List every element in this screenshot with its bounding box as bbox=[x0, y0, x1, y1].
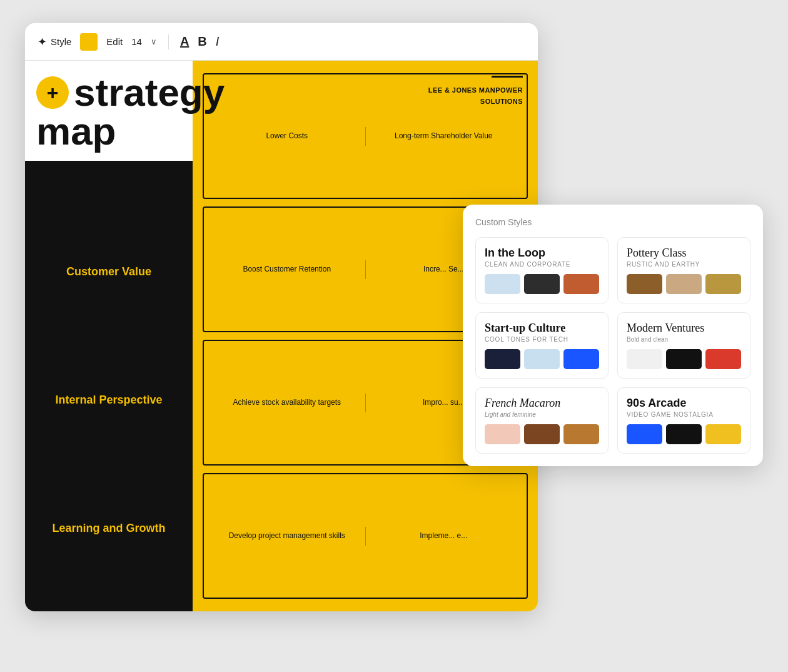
swatch-1 bbox=[485, 424, 520, 444]
title-word1: strategy bbox=[74, 73, 225, 112]
divider bbox=[365, 527, 366, 546]
chevron-icon[interactable]: ∨ bbox=[151, 37, 157, 46]
perspective-learning: Learning and Growth bbox=[25, 509, 193, 548]
color-swatches bbox=[485, 274, 599, 294]
title-word2: map bbox=[36, 112, 181, 151]
color-swatches bbox=[627, 274, 741, 294]
color-swatch[interactable] bbox=[80, 33, 98, 51]
style-label: Style bbox=[51, 36, 71, 47]
style-name: Pottery Class bbox=[627, 247, 741, 260]
swatch-1 bbox=[485, 274, 520, 294]
perspective-internal: Internal Perspective bbox=[25, 380, 193, 420]
learning-label: Learning and Growth bbox=[52, 522, 165, 534]
swatch-2 bbox=[666, 274, 702, 294]
divider bbox=[365, 394, 366, 412]
scene: ✦ Style Edit 14 ∨ A B I + strategy bbox=[25, 23, 763, 649]
row1-cell2: Long-term Shareholder Value bbox=[371, 131, 517, 141]
font-b-button[interactable]: B bbox=[198, 34, 206, 49]
style-subtitle: Clean and corporate bbox=[485, 261, 599, 268]
internal-label: Internal Perspective bbox=[55, 394, 162, 406]
styles-panel: Custom Styles In the Loop Clean and corp… bbox=[463, 205, 763, 466]
style-subtitle: Light and feminine bbox=[485, 411, 599, 418]
company-label: LEE & JONES MANPOWERSOLUTIONS bbox=[428, 76, 523, 107]
swatch-1 bbox=[627, 349, 662, 369]
style-card-startup-culture[interactable]: Start-up Culture COOL TONES FOR TECH bbox=[475, 312, 609, 379]
company-dash bbox=[492, 76, 523, 78]
style-subtitle: VIDEO GAME NOSTALGIA bbox=[627, 411, 741, 418]
divider bbox=[365, 127, 366, 146]
font-i-button[interactable]: I bbox=[216, 34, 220, 49]
company-name: LEE & JONES MANPOWERSOLUTIONS bbox=[428, 86, 523, 105]
row3-cell1: Achieve stock availability targets bbox=[214, 398, 360, 408]
color-swatches bbox=[627, 424, 741, 444]
style-subtitle: Bold and clean bbox=[627, 336, 741, 343]
style-name: French Macaron bbox=[485, 397, 599, 410]
row1-cell1: Lower Costs bbox=[214, 131, 360, 141]
styles-panel-title: Custom Styles bbox=[475, 217, 750, 227]
font-size[interactable]: 14 bbox=[131, 36, 142, 47]
color-swatches bbox=[485, 424, 599, 444]
perspective-customer: Customer Value bbox=[25, 252, 193, 292]
swatch-1 bbox=[627, 424, 662, 444]
style-name: Modern Ventures bbox=[627, 322, 741, 335]
style-subtitle: RUSTIC AND EARTHY bbox=[627, 261, 741, 268]
swatch-3 bbox=[705, 349, 741, 369]
editor-card: ✦ Style Edit 14 ∨ A B I + strategy bbox=[25, 23, 538, 611]
plus-icon: + bbox=[36, 76, 69, 109]
style-card-french-macaron[interactable]: French Macaron Light and feminine bbox=[475, 387, 609, 454]
divider bbox=[168, 34, 169, 49]
swatch-2 bbox=[524, 349, 560, 369]
row4-cell1: Develop project management skills bbox=[214, 531, 360, 541]
style-card-pottery-class[interactable]: Pottery Class RUSTIC AND EARTHY bbox=[617, 237, 750, 303]
swatch-2 bbox=[524, 274, 560, 294]
canvas: + strategy map LEE & JONES MANPOWERSOLUT… bbox=[25, 61, 538, 611]
styles-grid: In the Loop Clean and corporate Pottery … bbox=[475, 237, 750, 454]
style-name: Start-up Culture bbox=[485, 322, 599, 335]
style-subtitle: COOL TONES FOR TECH bbox=[485, 336, 599, 343]
strategy-row-4: Develop project management skills Implem… bbox=[203, 473, 528, 599]
sparkle-icon: ✦ bbox=[38, 35, 47, 49]
font-a-button[interactable]: A bbox=[180, 34, 189, 49]
style-name: 90s Arcade bbox=[627, 397, 741, 410]
color-swatches bbox=[627, 349, 741, 369]
divider bbox=[365, 260, 366, 279]
style-name: In the Loop bbox=[485, 247, 599, 260]
style-card-modern-ventures[interactable]: Modern Ventures Bold and clean bbox=[617, 312, 750, 379]
edit-label[interactable]: Edit bbox=[106, 36, 123, 47]
style-card-in-the-loop[interactable]: In the Loop Clean and corporate bbox=[475, 237, 609, 303]
swatch-2 bbox=[524, 424, 560, 444]
swatch-3 bbox=[563, 349, 599, 369]
swatch-3 bbox=[563, 274, 599, 294]
customer-label: Customer Value bbox=[66, 265, 151, 278]
toolbar: ✦ Style Edit 14 ∨ A B I bbox=[25, 23, 538, 61]
color-swatches bbox=[485, 349, 599, 369]
style-card-90s-arcade[interactable]: 90s Arcade VIDEO GAME NOSTALGIA bbox=[617, 387, 750, 454]
row2-cell1: Boost Customer Retention bbox=[214, 265, 360, 275]
swatch-3 bbox=[563, 424, 599, 444]
style-button[interactable]: ✦ Style bbox=[38, 35, 71, 49]
swatch-2 bbox=[666, 424, 702, 444]
swatch-3 bbox=[705, 424, 741, 444]
row4-cell2: Impleme... e... bbox=[371, 531, 517, 541]
swatch-1 bbox=[485, 349, 520, 369]
swatch-1 bbox=[627, 274, 662, 294]
swatch-3 bbox=[705, 274, 741, 294]
title-area: + strategy map bbox=[25, 61, 193, 161]
swatch-2 bbox=[666, 349, 702, 369]
